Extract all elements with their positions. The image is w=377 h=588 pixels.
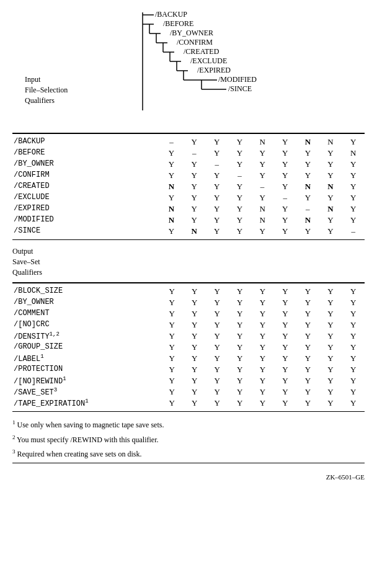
value-cell: N [251, 136, 274, 148]
value-cell: Y [205, 181, 228, 192]
value-cell: Y [274, 398, 297, 409]
value-cell: Y [342, 192, 365, 203]
value-cell: Y [228, 148, 251, 159]
value-cell: Y [251, 386, 274, 398]
value-cell: Y [342, 203, 365, 215]
svg-text:/EXPIRED: /EXPIRED [197, 66, 231, 74]
value-cell: Y [296, 342, 319, 353]
value-cell: Y [296, 286, 319, 297]
output-section-label: Output Save–Set Qualifiers [12, 243, 365, 280]
value-cell: Y [251, 192, 274, 203]
value-cell: Y [183, 353, 206, 364]
value-cell: Y [319, 364, 342, 375]
value-cell: Y [183, 308, 206, 319]
value-cell: Y [206, 375, 229, 386]
value-cell: Y [161, 308, 184, 319]
value-cell: Y [296, 148, 319, 159]
value-cell: Y [160, 170, 183, 181]
value-cell: Y [183, 375, 206, 386]
value-cell: Y [229, 319, 252, 331]
value-cell: Y [342, 297, 365, 308]
svg-text:/BEFORE: /BEFORE [163, 19, 193, 28]
value-cell: Y [342, 342, 365, 353]
value-cell: Y [206, 297, 229, 308]
value-cell: – [251, 181, 274, 192]
value-cell: Y [296, 192, 319, 203]
svg-text:/CONFIRM: /CONFIRM [177, 38, 213, 47]
table-row: /CONFIRMYYY–YYYYY [12, 170, 365, 181]
table-row: /[NO]CRCYYYYYYYYY [12, 319, 365, 331]
value-cell: Y [251, 331, 274, 342]
value-cell: Y [206, 331, 229, 342]
table-row: /LABEL1YYYYYYYYY [12, 353, 365, 364]
value-cell: Y [183, 170, 206, 181]
qualifier-name-cell: /TAPE_EXPIRATION1 [12, 398, 161, 409]
value-cell: Y [319, 170, 342, 181]
value-cell: Y [229, 308, 252, 319]
value-cell: Y [206, 286, 229, 297]
value-cell: – [273, 192, 296, 203]
value-cell: Y [296, 398, 319, 409]
value-cell: Y [229, 286, 252, 297]
value-cell: – [183, 148, 206, 159]
qualifier-name-cell: /COMMENT [12, 308, 161, 319]
value-cell: Y [274, 331, 297, 342]
table-row: /BACKUP–YYYNYNNY [12, 136, 365, 148]
value-cell: Y [319, 398, 342, 409]
value-cell: N [183, 226, 206, 237]
value-cell: Y [161, 375, 184, 386]
value-cell: Y [296, 308, 319, 319]
value-cell: Y [183, 159, 206, 170]
value-cell: Y [296, 386, 319, 398]
value-cell: Y [296, 353, 319, 364]
svg-text:/MODIFIED: /MODIFIED [218, 75, 257, 84]
value-cell: Y [342, 364, 365, 375]
table-row: /BY_OWNERYYYYYYYYY [12, 297, 365, 308]
value-cell: Y [251, 364, 274, 375]
value-cell: Y [342, 286, 365, 297]
footnote: 2 You must specify /REWIND with this qua… [12, 433, 365, 446]
qualifier-name-cell: /BY_OWNER [12, 297, 161, 308]
value-cell: N [296, 136, 319, 148]
bottom-rule [12, 411, 365, 412]
value-cell: – [296, 203, 319, 215]
value-cell: Y [273, 215, 296, 226]
value-cell: Y [274, 342, 297, 353]
footnote: 3 Required when creating save sets on di… [12, 447, 365, 460]
table-row: /EXCLUDEYYYYY–YYY [12, 192, 365, 203]
value-cell: Y [274, 308, 297, 319]
value-cell: N [160, 203, 183, 215]
table-row: /CREATEDNYYY–YNNY [12, 181, 365, 192]
value-cell: N [296, 215, 319, 226]
value-cell: Y [206, 364, 229, 375]
value-cell: Y [161, 319, 184, 331]
value-cell: Y [251, 319, 274, 331]
value-cell: Y [229, 331, 252, 342]
output-top-rule [12, 282, 365, 283]
value-cell: Y [342, 170, 365, 181]
value-cell: Y [251, 170, 274, 181]
value-cell: Y [183, 297, 206, 308]
table-row: /BLOCK_SIZEYYYYYYYYY [12, 286, 365, 297]
qualifier-name-cell: /EXPIRED [12, 203, 160, 215]
value-cell: Y [319, 319, 342, 331]
value-cell: Y [274, 319, 297, 331]
value-cell: Y [296, 159, 319, 170]
qualifier-name-cell: /GROUP_SIZE [12, 342, 161, 353]
value-cell: Y [342, 386, 365, 398]
value-cell: Y [229, 386, 252, 398]
table-row: /TAPE_EXPIRATION1YYYYYYYYY [12, 398, 365, 409]
value-cell: Y [251, 375, 274, 386]
value-cell: Y [273, 159, 296, 170]
value-cell: N [342, 148, 365, 159]
value-cell: Y [183, 203, 206, 215]
value-cell: Y [228, 159, 251, 170]
value-cell: Y [206, 319, 229, 331]
value-cell: Y [342, 331, 365, 342]
value-cell: Y [161, 286, 184, 297]
value-cell: Y [319, 297, 342, 308]
value-cell: Y [183, 181, 206, 192]
svg-text:/SINCE: /SINCE [228, 84, 252, 93]
value-cell: Y [183, 364, 206, 375]
value-cell: Y [296, 170, 319, 181]
